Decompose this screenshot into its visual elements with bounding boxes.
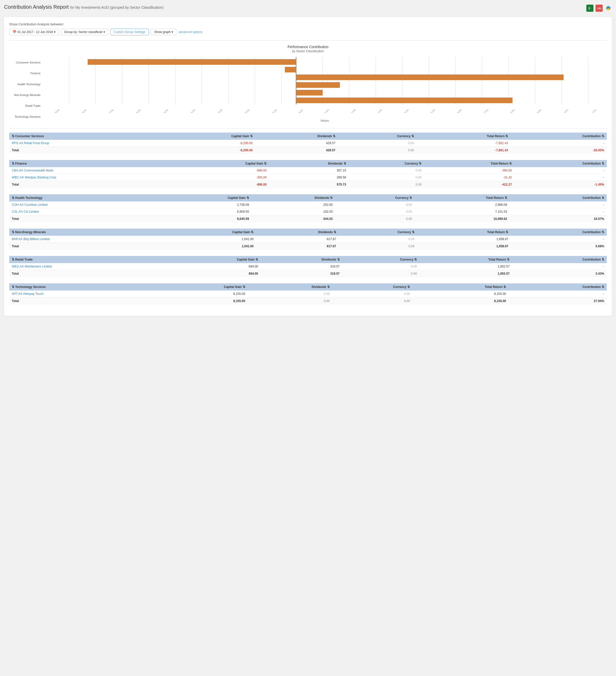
col-header-dividends-3[interactable]: Dividends ⇅ xyxy=(252,194,335,202)
table-row: APT.AX Afterpay Touch 8,155.00 0.00 0.00… xyxy=(9,290,607,297)
total-label-6: Total xyxy=(9,297,151,305)
rfg-contribution: - xyxy=(510,140,607,147)
col-header-currency-1[interactable]: Currency ⇅ xyxy=(338,132,416,140)
table-row: COH.AX Cochlear Limited 2,736.09 252.00 … xyxy=(9,202,607,208)
apt-capital-gain: 8,155.00 xyxy=(151,290,247,297)
col-header-currency-4[interactable]: Currency ⇅ xyxy=(339,229,417,236)
dropdown-arrow-icon: ▾ xyxy=(172,30,173,34)
apt-dividends: 0.00 xyxy=(248,290,332,297)
table-row: CBA.AX Commonwealth Bank. -698.00 307.15… xyxy=(9,167,607,174)
col-header-contribution-4[interactable]: Contribution ⇅ xyxy=(511,229,607,236)
col-header-total-return-1[interactable]: Total Return ⇅ xyxy=(416,132,511,140)
consumer-services-total: Total -8,290.00 428.57 0.00 -7,861.43 -2… xyxy=(9,147,607,154)
name-link-coh[interactable]: Cochlear Limited xyxy=(24,203,47,207)
bhp-capital-gain: 1,041.00 xyxy=(162,236,256,243)
chart-y-label-consumer: Consumer Services xyxy=(9,59,41,65)
col-header-capital-gain-6[interactable]: Capital Gain ⇅ xyxy=(151,283,247,290)
total-label-3: Total xyxy=(9,215,156,223)
performance-chart xyxy=(43,57,607,108)
table-row: WES.AX Wesfarmers Limited 684.00 318.57 … xyxy=(9,263,607,270)
ticker-link-wes[interactable]: WES.AX xyxy=(12,265,24,268)
ticker-link-csl[interactable]: CSL.AX xyxy=(12,210,23,214)
col-header-capital-gain-2[interactable]: Capital Gain ⇅ xyxy=(178,160,269,167)
ticker-link-apt[interactable]: APT.AX xyxy=(12,292,22,296)
health-technology-header[interactable]: ⇅ Health Technology Capital Gain ⇅ Divid… xyxy=(9,194,607,202)
tech-total-contribution: 27.94% xyxy=(509,297,607,305)
toolbar-icons: E PDF xyxy=(586,5,612,12)
wes-currency: 0.00 xyxy=(342,263,419,270)
col-header-contribution-6[interactable]: Contribution ⇅ xyxy=(509,283,607,290)
wbc-contribution: - xyxy=(514,174,607,181)
section-name-health: ⇅ Health Technology xyxy=(9,194,156,202)
cba-dividends: 307.15 xyxy=(269,167,348,174)
col-header-dividends-5[interactable]: Dividends ⇅ xyxy=(261,256,342,263)
non-energy-minerals-header[interactable]: ⇅ Non-Energy Minerals Capital Gain ⇅ Div… xyxy=(9,229,607,236)
consumer-services-header[interactable]: ⇅ Consumer Services Capital Gain ⇅ Divid… xyxy=(9,132,607,140)
minerals-total-contribution: 5.68% xyxy=(511,243,607,250)
ticker-link-cba[interactable]: CBA.AX xyxy=(12,169,23,172)
health-total-return: 10,089.62 xyxy=(414,215,509,223)
col-header-capital-gain-4[interactable]: Capital Gain ⇅ xyxy=(162,229,256,236)
col-header-total-return-3[interactable]: Total Return ⇅ xyxy=(414,194,509,202)
controls-label: Show Contribution Analysis between: xyxy=(9,22,607,26)
section-name-consumer: ⇅ Consumer Services xyxy=(9,132,161,140)
name-link-cba[interactable]: Commonwealth Bank. xyxy=(24,169,54,172)
svg-text:E: E xyxy=(589,7,591,10)
col-header-currency-6[interactable]: Currency ⇅ xyxy=(332,283,412,290)
table-row: RFG.AX Retail Food Group -8,290.00 428.5… xyxy=(9,140,607,147)
name-link-wes[interactable]: Wesfarmers Limited xyxy=(24,265,52,268)
date-range-button[interactable]: 📅 01 Jul 2017 - 12 Jun 2018 ▾ xyxy=(9,29,59,35)
bar-non-energy xyxy=(296,82,340,88)
name-link-rfg[interactable]: Retail Food Group xyxy=(24,141,49,145)
col-header-currency-5[interactable]: Currency ⇅ xyxy=(342,256,419,263)
col-header-dividends-4[interactable]: Dividends ⇅ xyxy=(256,229,338,236)
col-header-contribution-3[interactable]: Contribution ⇅ xyxy=(510,194,607,202)
col-header-dividends-6[interactable]: Dividends ⇅ xyxy=(248,283,332,290)
csl-dividends: 192.03 xyxy=(252,208,335,215)
chart-y-label-minerals: Non-Energy Minerals xyxy=(9,92,41,98)
name-link-apt[interactable]: Afterpay Touch xyxy=(23,292,44,296)
ticker-link-rfg[interactable]: RFG.AX xyxy=(12,141,23,145)
col-header-total-return-5[interactable]: Total Return ⇅ xyxy=(419,256,512,263)
custom-group-settings-button[interactable]: Custom Group Settings xyxy=(110,29,149,35)
col-header-currency-3[interactable]: Currency ⇅ xyxy=(335,194,414,202)
show-graph-button[interactable]: Show graph ▾ xyxy=(151,29,176,35)
technology-services-header[interactable]: ⇅ Technology Services Capital Gain ⇅ Div… xyxy=(9,283,607,290)
col-header-total-return-6[interactable]: Total Return ⇅ xyxy=(412,283,508,290)
finance-header[interactable]: ⇅ Finance Capital Gain ⇅ Dividends ⇅ Cur… xyxy=(9,160,607,167)
excel-export-button[interactable]: E xyxy=(586,5,594,12)
group-by-button[interactable]: Group by: Sector classificati ▾ xyxy=(61,29,108,35)
col-header-contribution-5[interactable]: Contribution ⇅ xyxy=(512,256,607,263)
wes-capital-gain: 684.00 xyxy=(168,263,261,270)
col-header-dividends-2[interactable]: Dividends ⇅ xyxy=(269,160,348,167)
col-header-dividends-1[interactable]: Dividends ⇅ xyxy=(255,132,338,140)
ticker-link-bhp[interactable]: BHP.AX xyxy=(12,237,22,241)
bhp-dividends: 617.67 xyxy=(256,236,338,243)
ticker-link-wbc[interactable]: WBC.AX xyxy=(12,176,24,179)
ticker-link-coh[interactable]: COH.AX xyxy=(12,203,23,207)
csl-contribution: - xyxy=(510,208,607,215)
bar-technology-services xyxy=(296,98,513,103)
name-link-csl[interactable]: Csl Limited xyxy=(23,210,39,214)
col-header-total-return-4[interactable]: Total Return ⇅ xyxy=(417,229,511,236)
col-header-contribution-2[interactable]: Contribution ⇅ xyxy=(514,160,607,167)
name-link-wbc[interactable]: Westpac Banking Corp xyxy=(25,176,56,179)
google-export-button[interactable] xyxy=(605,5,612,12)
bhp-total-return: 1,658.67 xyxy=(417,236,511,243)
retail-trade-header[interactable]: ⇅ Retail Trade Capital Gain ⇅ Dividends … xyxy=(9,256,607,263)
col-header-contribution-1[interactable]: Contribution ⇅ xyxy=(510,132,607,140)
pdf-export-button[interactable]: PDF xyxy=(596,5,603,12)
advanced-options-link[interactable]: advanced options xyxy=(178,30,203,34)
non-energy-minerals-table: ⇅ Non-Energy Minerals Capital Gain ⇅ Div… xyxy=(9,229,607,250)
name-link-bhp[interactable]: Bhp Billiton Limited xyxy=(23,237,50,241)
col-header-currency-2[interactable]: Currency ⇅ xyxy=(349,160,424,167)
section-name-minerals: ⇅ Non-Energy Minerals xyxy=(9,229,162,236)
col-header-capital-gain-5[interactable]: Capital Gain ⇅ xyxy=(168,256,261,263)
coh-capital-gain: 2,736.09 xyxy=(156,202,251,208)
wbc-dividends: 268.58 xyxy=(269,174,348,181)
total-label-5: Total xyxy=(9,270,168,277)
col-header-capital-gain-3[interactable]: Capital Gain ⇅ xyxy=(156,194,251,202)
col-header-capital-gain-1[interactable]: Capital Gain ⇅ xyxy=(161,132,255,140)
rfg-total-return: -7,861.43 xyxy=(416,140,511,147)
col-header-total-return-2[interactable]: Total Return ⇅ xyxy=(424,160,514,167)
